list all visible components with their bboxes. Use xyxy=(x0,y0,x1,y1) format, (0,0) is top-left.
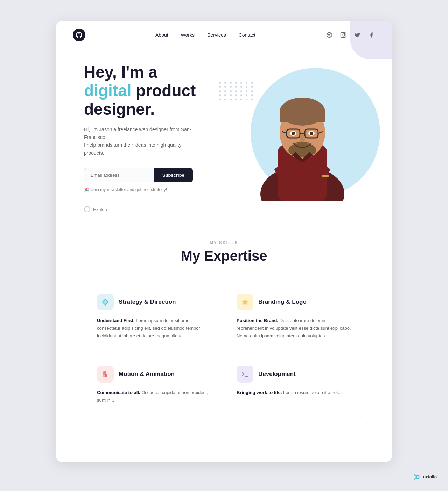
subscribe-button[interactable]: Subscribe xyxy=(154,168,193,182)
card-header-4: Development xyxy=(237,366,351,383)
nav-services[interactable]: Services xyxy=(207,32,226,38)
uxfolio-badge: uxfolio xyxy=(414,474,437,480)
explore-circle-icon xyxy=(84,206,90,212)
hero-description: Hi, I'm Jason a freelance web designer f… xyxy=(84,126,203,157)
skills-section: MY SKILLS My Expertise Strategy & Direct… xyxy=(56,219,392,431)
hero-right: // Will generate dots via JS below xyxy=(230,75,375,201)
svg-point-16 xyxy=(292,132,295,135)
card-branding: Branding & Logo Position the Brand. Duis… xyxy=(224,281,364,353)
hero-left: Hey, I'm adigital productdesigner. Hi, I… xyxy=(84,63,230,212)
card-title-strategy: Strategy & Direction xyxy=(119,299,176,306)
branding-icon xyxy=(237,294,253,310)
skills-title: My Expertise xyxy=(73,248,375,264)
card-body-branding: Position the Brand. Duis aute irure dolo… xyxy=(237,317,351,340)
dribbble-icon[interactable] xyxy=(326,31,333,39)
card-body-motion: Communicate to all. Occaecat cupidatat n… xyxy=(97,389,211,404)
svg-point-18 xyxy=(310,132,313,135)
card-header: Strategy & Direction xyxy=(97,294,211,310)
dots-pattern: // Will generate dots via JS below xyxy=(219,82,254,110)
svg-marker-23 xyxy=(241,299,248,305)
twitter-icon[interactable] xyxy=(354,31,361,39)
card-development: Development Bringing work to life. Lorem… xyxy=(224,353,364,417)
card-title-development: Development xyxy=(258,371,296,378)
hero-title: Hey, I'm adigital productdesigner. xyxy=(84,63,230,119)
nav-about[interactable]: About xyxy=(155,32,168,38)
uxfolio-label: uxfolio xyxy=(423,475,437,479)
social-icons xyxy=(326,31,375,39)
cards-grid: Strategy & Direction Understand First. L… xyxy=(84,281,364,417)
svg-point-3 xyxy=(344,33,345,34)
card-header-3: Motion & Animation xyxy=(97,366,211,383)
instagram-icon[interactable] xyxy=(340,31,347,39)
svg-point-2 xyxy=(342,34,345,36)
subscribe-form: Subscribe xyxy=(84,168,230,182)
svg-rect-1 xyxy=(341,33,346,38)
svg-rect-26 xyxy=(105,374,107,377)
svg-point-20 xyxy=(300,134,305,143)
card-body-strategy: Understand First. Lorem ipsum dolor sit … xyxy=(97,317,211,340)
navbar: About Works Services Contact xyxy=(56,21,392,49)
card-motion: Motion & Animation Communicate to all. O… xyxy=(84,353,224,417)
hero-person xyxy=(250,75,355,201)
facebook-icon[interactable] xyxy=(368,31,375,39)
logo[interactable] xyxy=(73,29,85,41)
card-body-development: Bringing work to life. Lorem ipsum dolor… xyxy=(237,389,351,397)
newsletter-note: 🎉 Join my newsletter and get free strate… xyxy=(84,187,230,192)
svg-rect-8 xyxy=(280,112,325,122)
nav-contact[interactable]: Contact xyxy=(239,32,255,38)
card-title-branding: Branding & Logo xyxy=(258,299,307,306)
motion-icon xyxy=(97,366,114,383)
development-icon xyxy=(237,366,253,383)
email-input[interactable] xyxy=(84,168,154,182)
svg-rect-19 xyxy=(322,175,329,177)
card-header-2: Branding & Logo xyxy=(237,294,351,310)
svg-rect-25 xyxy=(103,371,106,374)
card-title-motion: Motion & Animation xyxy=(119,371,175,378)
skills-label: MY SKILLS xyxy=(73,240,375,245)
card-strategy: Strategy & Direction Understand First. L… xyxy=(84,281,224,353)
hero-section: Hey, I'm adigital productdesigner. Hi, I… xyxy=(56,49,392,219)
uxfolio-logo-icon xyxy=(414,474,421,480)
strategy-icon xyxy=(97,294,114,310)
nav-works[interactable]: Works xyxy=(181,32,195,38)
explore-link[interactable]: Explore xyxy=(84,206,230,212)
nav-links: About Works Services Contact xyxy=(155,32,255,38)
party-emoji: 🎉 xyxy=(84,187,89,192)
browser-window: About Works Services Contact xyxy=(56,21,392,462)
